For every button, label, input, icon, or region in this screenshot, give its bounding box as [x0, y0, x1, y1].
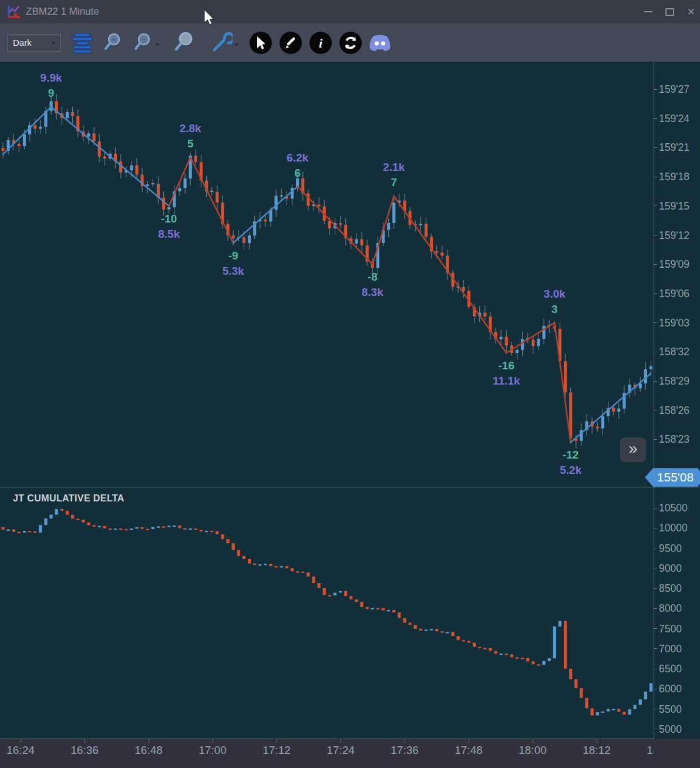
- delta-bar: [376, 608, 379, 609]
- toolbar: Dark: [0, 23, 700, 62]
- delta-bar: [114, 528, 117, 530]
- price-chart[interactable]: [0, 62, 654, 487]
- delta-bar: [205, 531, 208, 532]
- time-axis[interactable]: 16:2416:3616:4817:0017:1217:2417:3617:48…: [0, 739, 654, 761]
- candle: [162, 191, 165, 215]
- time-axis-label: 18:24: [643, 744, 654, 757]
- axis-tick: [654, 648, 657, 649]
- delta-bar: [462, 640, 465, 641]
- delta-bar: [478, 647, 481, 648]
- delta-bar: [173, 526, 176, 527]
- delta-bar: [146, 529, 149, 530]
- candle: [596, 422, 599, 432]
- candle: [617, 403, 620, 419]
- candle: [585, 415, 588, 436]
- delta-bar: [12, 530, 15, 532]
- info-button[interactable]: i: [309, 32, 332, 54]
- delta-bar: [49, 515, 52, 518]
- delta-bar: [543, 661, 546, 665]
- window-bottom-edge: [0, 761, 700, 768]
- delta-bar: [1, 527, 4, 530]
- candle: [275, 190, 278, 217]
- price-axis-label: 159'18: [659, 171, 689, 183]
- refresh-button[interactable]: [339, 32, 362, 54]
- wrench-icon[interactable]: [209, 31, 239, 55]
- candle: [301, 171, 304, 201]
- delta-bar: [516, 657, 519, 658]
- axis-tick: [654, 177, 657, 177]
- delta-axis-label: 6500: [659, 663, 682, 675]
- candle: [55, 94, 58, 119]
- discord-icon[interactable]: [367, 32, 393, 53]
- candle: [183, 173, 186, 193]
- candle: [366, 240, 369, 265]
- delta-bar: [162, 526, 165, 527]
- zigzag-segment: [372, 196, 393, 264]
- delta-bar: [489, 648, 492, 651]
- magnifier-icon[interactable]: [174, 32, 195, 54]
- depth-levels-icon[interactable]: [71, 31, 93, 55]
- axis-tick: [654, 206, 657, 206]
- minimize-button[interactable]: [644, 11, 652, 12]
- zigzag-segment: [233, 187, 297, 243]
- delta-bar: [152, 527, 154, 529]
- time-tick: [405, 739, 405, 743]
- candle: [360, 232, 363, 252]
- title-bar[interactable]: ZBM22 1 Minute ✕: [0, 0, 700, 23]
- delta-bar: [371, 608, 374, 609]
- last-price-value: 155'08: [657, 470, 694, 484]
- delta-bar: [71, 515, 74, 519]
- price-axis-label: 159'15: [659, 200, 689, 213]
- delta-bar: [457, 636, 460, 640]
- zigzag-segment: [394, 196, 507, 353]
- price-axis-label: 159'27: [659, 83, 689, 96]
- cursor-tool-button[interactable]: [250, 32, 272, 54]
- delta-bar: [483, 648, 486, 649]
- delta-bar: [574, 679, 577, 688]
- zoom-out-icon[interactable]: [133, 32, 160, 53]
- delta-bar: [500, 654, 503, 655]
- time-tick: [533, 739, 533, 743]
- price-axis-label: 159'21: [659, 142, 689, 154]
- delta-bar: [339, 591, 342, 593]
- candle: [339, 216, 342, 228]
- candle: [135, 159, 138, 179]
- delta-bar: [194, 528, 197, 530]
- delta-bar: [33, 531, 36, 533]
- time-axis-label: 17:24: [323, 744, 358, 757]
- theme-select[interactable]: Dark: [7, 34, 61, 52]
- delta-bar: [7, 530, 10, 531]
- candle: [7, 137, 10, 154]
- pane-divider[interactable]: [0, 487, 700, 487]
- candle: [216, 185, 218, 210]
- delta-bar: [435, 629, 438, 631]
- time-axis-label: 17:12: [259, 744, 294, 757]
- time-tick: [597, 739, 597, 743]
- price-axis[interactable]: 159'27159'24159'21159'18159'15159'12159'…: [654, 0, 700, 768]
- delta-bar: [494, 651, 497, 654]
- expand-panel-button[interactable]: »: [620, 437, 646, 462]
- zoom-in-icon[interactable]: [103, 32, 123, 53]
- candle: [344, 218, 347, 245]
- delta-bar: [334, 592, 336, 595]
- delta-bar: [280, 566, 283, 567]
- delta-bar: [55, 509, 58, 515]
- delta-axis-label: 8000: [659, 602, 682, 615]
- delta-bar: [617, 709, 620, 712]
- delta-chart[interactable]: [0, 487, 654, 739]
- axis-tick: [654, 669, 657, 669]
- delta-bar: [39, 525, 42, 533]
- delta-bar: [564, 621, 567, 669]
- delta-bar: [403, 618, 406, 622]
- price-axis-label: 159'03: [659, 317, 689, 329]
- candle: [285, 191, 288, 206]
- delta-bar: [387, 610, 390, 611]
- chevron-down-icon: [155, 43, 160, 46]
- delta-axis-label: 5500: [659, 703, 682, 716]
- draw-tool-button[interactable]: [280, 32, 302, 54]
- delta-bar: [183, 528, 186, 530]
- delta-bar: [157, 526, 160, 527]
- delta-bar: [558, 621, 561, 627]
- candle: [531, 337, 534, 353]
- zigzag-segment: [51, 107, 169, 206]
